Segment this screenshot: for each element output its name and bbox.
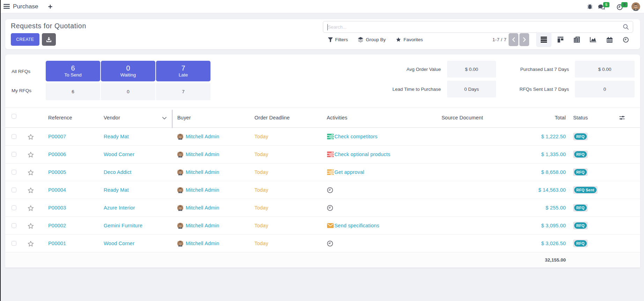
cell-activity[interactable]: Send specifications	[325, 223, 442, 228]
filter-icon	[328, 37, 333, 42]
cell-buyer: Mitchell Admin	[173, 205, 254, 211]
cell-total: $ 1,222.50	[531, 134, 571, 139]
status-badge: RFQ	[574, 240, 587, 247]
row-checkbox[interactable]	[12, 241, 16, 246]
calendar-view-button[interactable]	[602, 32, 617, 47]
cell-activity[interactable]	[325, 187, 442, 193]
rfq-table-row[interactable]: P00005 Deco Addict Mitchell Admin Today …	[5, 163, 640, 181]
rfq-table-row[interactable]: P00006 Wood Corner Mitchell Admin Today …	[5, 146, 640, 163]
control-panel-toolbar: Filters Group By Favorites 1-7 / 7	[5, 33, 640, 46]
row-checkbox[interactable]	[12, 205, 16, 210]
rfq-table-row[interactable]: P00007 Ready Mat Mitchell Admin Today Ch…	[5, 128, 640, 146]
cell-activity[interactable]: Check competitors	[325, 134, 442, 140]
header-reference[interactable]: Reference	[39, 108, 97, 127]
select-all-checkbox[interactable]	[12, 114, 16, 119]
buyer-avatar	[177, 187, 183, 193]
cell-activity[interactable]: Check optional products	[325, 152, 442, 157]
header-vendor[interactable]: Vendor	[97, 108, 173, 127]
graph-view-button[interactable]	[585, 32, 601, 47]
calendar-view-icon	[607, 37, 613, 43]
kanban-view-button[interactable]	[553, 32, 568, 47]
search-submit-button[interactable]	[619, 21, 633, 32]
all-rfqs-label: All RFQs	[12, 69, 30, 74]
app-menu-title[interactable]: Purchase	[13, 3, 38, 10]
user-menu[interactable]	[631, 0, 640, 13]
cell-buyer: Mitchell Admin	[173, 169, 254, 175]
group-by-button[interactable]: Group By	[358, 33, 386, 46]
rfq-table-row[interactable]: P00002 Gemini Furniture Mitchell Admin T…	[5, 217, 640, 235]
list-view-button[interactable]	[536, 32, 552, 47]
header-source-document[interactable]: Source Document	[442, 108, 531, 127]
cell-buyer: Mitchell Admin	[173, 241, 254, 247]
buyer-avatar	[177, 205, 183, 211]
messages-menu[interactable]: 5	[597, 0, 606, 13]
row-checkbox[interactable]	[12, 134, 16, 139]
my-rfqs-value-waiting[interactable]: 0	[101, 83, 155, 100]
activities-menu[interactable]: 9	[615, 0, 624, 13]
cell-vendor: Gemini Furniture	[97, 223, 173, 228]
cell-activity[interactable]	[325, 205, 442, 211]
activity-clock-icon	[327, 241, 333, 247]
my-rfqs-value-to-send[interactable]: 6	[46, 83, 100, 100]
apps-menu-button[interactable]	[1, 0, 13, 13]
kpi-button-to-send[interactable]: 6To Send	[46, 61, 100, 81]
row-checkbox[interactable]	[12, 170, 16, 175]
kpi-value: 0	[126, 65, 130, 72]
cell-order-deadline: Today	[254, 169, 325, 175]
favorite-star-toggle[interactable]	[22, 187, 39, 193]
header-status[interactable]: Status	[571, 108, 616, 127]
list-view-icon	[541, 37, 547, 43]
star-outline-icon	[28, 241, 34, 247]
my-rfqs-label: My RFQs	[12, 88, 31, 93]
pivot-view-icon	[574, 37, 580, 43]
favorite-star-toggle[interactable]	[22, 223, 39, 229]
header-order-deadline[interactable]: Order Deadline	[254, 108, 325, 127]
row-checkbox[interactable]	[12, 223, 16, 228]
stat-label: Avg Order Value	[406, 67, 441, 72]
cell-order-deadline: Today	[254, 152, 325, 157]
cell-vendor: Azure Interior	[97, 205, 173, 211]
rfq-table-row[interactable]: P00004 Ready Mat Mitchell Admin Today $ …	[5, 181, 640, 199]
pager-next-button[interactable]	[519, 33, 529, 46]
stat-label: RFQs Sent Last 7 Days	[519, 87, 569, 92]
pager-previous-button[interactable]	[509, 33, 518, 46]
activity-view-button[interactable]	[618, 32, 634, 47]
pivot-view-button[interactable]	[569, 32, 584, 47]
kpi-value: 7	[181, 65, 185, 72]
favorite-star-toggle[interactable]	[22, 134, 39, 140]
my-rfqs-value-late[interactable]: 7	[156, 83, 210, 100]
star-outline-icon	[28, 134, 34, 140]
kpi-button-waiting[interactable]: 0Waiting	[101, 61, 155, 81]
cell-order-deadline: Today	[254, 187, 325, 193]
optional-columns-button[interactable]	[616, 108, 640, 127]
rfq-table-row[interactable]: P00001 Wood Corner Mitchell Admin Today …	[5, 235, 640, 252]
favorite-star-toggle[interactable]	[22, 205, 39, 211]
debug-bug-icon[interactable]	[586, 0, 594, 13]
activity-email-icon	[327, 223, 334, 228]
add-tab-icon[interactable]	[47, 3, 54, 10]
header-activities[interactable]: Activities	[325, 108, 442, 127]
row-checkbox[interactable]	[12, 188, 16, 192]
graph-view-icon	[590, 37, 596, 42]
row-checkbox[interactable]	[12, 152, 16, 157]
rfq-table-row[interactable]: P00003 Azure Interior Mitchell Admin Tod…	[5, 199, 640, 217]
cell-activity[interactable]: Get approval	[325, 169, 442, 175]
cell-buyer: Mitchell Admin	[173, 223, 254, 229]
favorite-star-toggle[interactable]	[22, 152, 39, 157]
favorites-button[interactable]: Favorites	[396, 33, 423, 46]
column-resize-handle[interactable]	[172, 110, 173, 128]
kpi-button-late[interactable]: 7Late	[156, 61, 210, 81]
favorite-star-toggle[interactable]	[22, 169, 39, 175]
search-input[interactable]	[323, 24, 619, 30]
header-total[interactable]: Total	[531, 108, 571, 127]
status-badge: RFQ	[574, 133, 587, 140]
cell-total: $ 1,335.00	[531, 152, 571, 157]
list-header-row: Reference Vendor Buyer Order Deadline Ac…	[5, 108, 640, 128]
cell-status: RFQ	[571, 150, 616, 158]
favorite-star-toggle[interactable]	[22, 241, 39, 247]
filters-button[interactable]: Filters	[328, 33, 348, 46]
activity-tasks-icon	[327, 152, 334, 157]
cell-activity[interactable]	[325, 241, 442, 247]
header-buyer[interactable]: Buyer	[173, 108, 254, 127]
cell-total: $ 14,563.00	[531, 187, 571, 193]
